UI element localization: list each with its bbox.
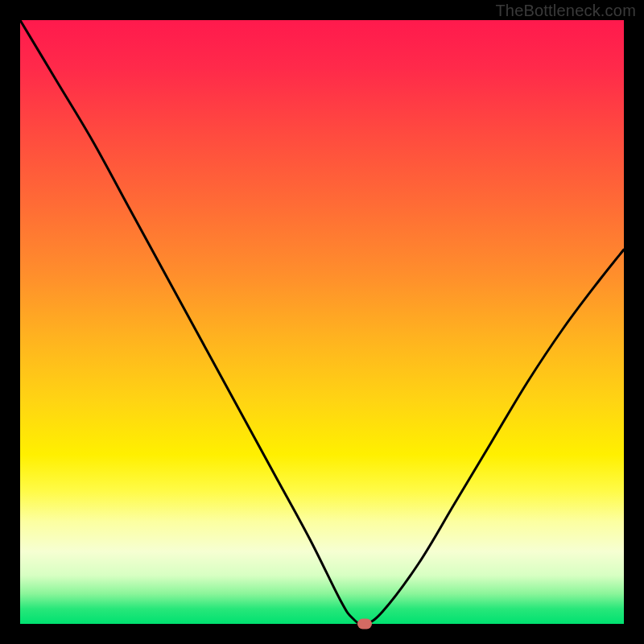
chart-frame: TheBottleneck.com [0, 0, 644, 644]
attribution-label: TheBottleneck.com [495, 2, 636, 20]
curve-path [20, 20, 624, 624]
bottleneck-curve [20, 20, 624, 624]
optimum-marker [357, 619, 372, 630]
plot-area [20, 20, 624, 624]
